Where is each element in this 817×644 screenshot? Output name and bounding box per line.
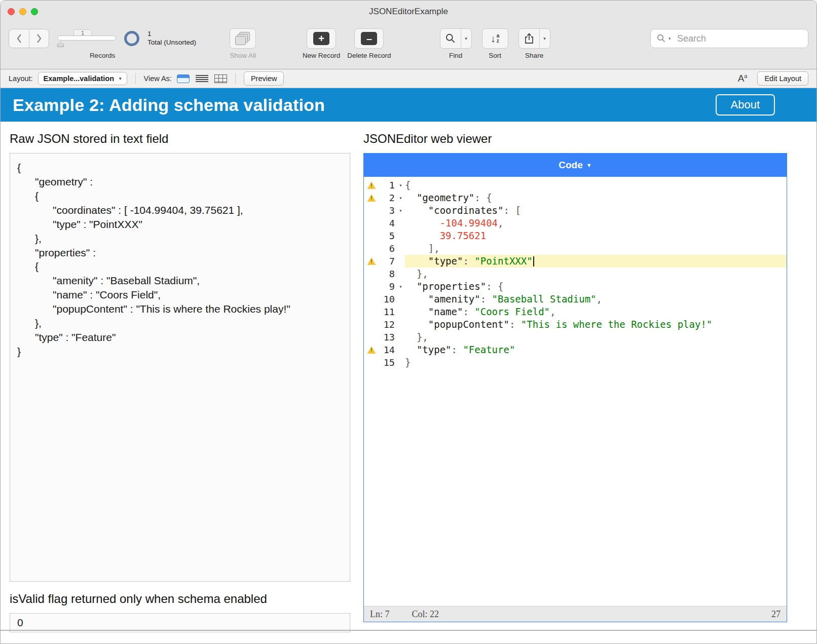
editor-line-7[interactable]: !7 "type": "PointXXX" — [364, 255, 787, 268]
search-input[interactable] — [650, 29, 808, 48]
share-button[interactable]: ▾ — [518, 28, 550, 49]
sort-label: Sort — [489, 52, 501, 59]
editor-line-3[interactable]: 3▾ "coordinates": [ — [364, 204, 787, 217]
code-text[interactable]: 39.75621 — [405, 230, 787, 242]
editor-line-1[interactable]: !1▾{ — [364, 179, 787, 192]
editor-line-6[interactable]: 6 ], — [364, 242, 787, 255]
layout-bar: Layout: Example...validation ▾ View As: … — [1, 69, 816, 88]
text-formatting-icon[interactable]: Aa — [738, 73, 748, 84]
next-record-button[interactable] — [29, 29, 49, 48]
minus-icon: – — [361, 32, 377, 45]
code-text[interactable]: "name": "Coors Field", — [405, 306, 787, 318]
code-text[interactable]: }, — [405, 331, 787, 344]
warning-icon: ! — [364, 257, 379, 265]
window-bottom-edge — [1, 630, 816, 631]
view-as-buttons — [177, 74, 227, 83]
editor-line-4[interactable]: 4 -104.99404, — [364, 217, 787, 230]
code-text[interactable]: ], — [405, 242, 787, 255]
found-set-pie-icon[interactable] — [124, 31, 139, 46]
quick-find: ▾ — [650, 29, 808, 48]
form-view-button[interactable] — [177, 74, 190, 83]
show-all-label: Show All — [230, 52, 256, 59]
code-text[interactable]: "type": "PointXXX" — [405, 255, 787, 268]
editor-body[interactable]: !1▾{!2▾ "geometry": {3▾ "coordinates": [… — [364, 177, 787, 606]
page-title: Example 2: Adding schema validation — [13, 95, 325, 115]
isvalid-heading: isValid flag returned only when schema e… — [10, 592, 350, 606]
code-text[interactable]: { — [405, 179, 787, 192]
editor-line-14[interactable]: !14 "type": "Feature" — [364, 344, 787, 356]
code-text[interactable]: } — [405, 356, 787, 369]
code-text[interactable]: "properties": { — [405, 280, 787, 293]
sort-button[interactable]: ↓ az — [482, 28, 508, 49]
code-text[interactable]: "popupContent": "This is where the Rocki… — [405, 318, 787, 331]
code-text[interactable]: "amenity": "Baseball Stadium", — [405, 293, 787, 306]
share-dropdown-chevron[interactable]: ▾ — [539, 29, 550, 48]
fold-toggle-icon[interactable]: ▾ — [396, 179, 405, 192]
editor-line-12[interactable]: 12 "popupContent": "This is where the Ro… — [364, 318, 787, 331]
editor-line-9[interactable]: 9▾ "properties": { — [364, 280, 787, 293]
list-view-button[interactable] — [196, 74, 208, 83]
new-record-button[interactable]: + — [307, 28, 336, 49]
editor-line-5[interactable]: 5 39.75621 — [364, 230, 787, 242]
mode-switcher-button[interactable]: Code ▼ — [559, 160, 591, 171]
line-number: 10 — [379, 293, 396, 306]
editor-line-10[interactable]: 10 "amenity": "Baseball Stadium", — [364, 293, 787, 306]
close-button[interactable] — [8, 8, 15, 15]
preview-button[interactable]: Preview — [244, 71, 284, 86]
share-label: Share — [525, 52, 543, 59]
minimize-button[interactable] — [19, 8, 26, 15]
layout-popup-value: Example...validation — [44, 74, 114, 83]
layout-popup-button[interactable]: Example...validation ▾ — [38, 72, 127, 85]
records-cluster: 1 1 Total (Unsorted) Records — [9, 27, 196, 59]
left-panel: Raw JSON stored in text field { "geometr… — [10, 129, 350, 644]
layout-label: Layout: — [9, 74, 33, 83]
table-view-button[interactable] — [214, 74, 227, 83]
status-col: Col: 22 — [412, 609, 439, 620]
sort-cluster: ↓ az Sort — [482, 27, 508, 59]
fold-toggle-icon[interactable]: ▾ — [396, 204, 405, 217]
mode-switcher-chevron: ▼ — [586, 162, 592, 168]
editor-line-13[interactable]: 13 }, — [364, 331, 787, 344]
sort-icon: ↓ az — [491, 33, 500, 44]
edit-layout-button[interactable]: Edit Layout — [757, 71, 808, 86]
code-text[interactable]: "type": "Feature" — [405, 344, 787, 356]
fold-toggle-icon[interactable]: ▾ — [396, 192, 405, 204]
stacked-documents-icon — [235, 32, 250, 45]
record-slider-thumb[interactable] — [57, 42, 64, 47]
status-line: Ln: 7 — [370, 609, 390, 620]
previous-record-button[interactable] — [9, 29, 29, 48]
editor-line-15[interactable]: 15} — [364, 356, 787, 369]
code-text[interactable]: "coordinates": [ — [405, 204, 787, 217]
zoom-button[interactable] — [31, 8, 38, 15]
code-text[interactable]: }, — [405, 268, 787, 280]
find-button[interactable]: ▾ — [440, 28, 472, 49]
record-slider[interactable]: 1 — [57, 28, 116, 49]
code-text[interactable]: -104.99404, — [405, 217, 787, 230]
warning-icon: ! — [364, 194, 379, 202]
editor-line-2[interactable]: !2▾ "geometry": { — [364, 192, 787, 204]
line-number: 2 — [379, 192, 396, 204]
find-dropdown-chevron[interactable]: ▾ — [461, 29, 471, 48]
window-title: JSONEditorExample — [369, 7, 448, 17]
line-number: 9 — [379, 280, 396, 293]
warning-icon: ! — [364, 346, 379, 354]
show-all-button[interactable] — [230, 28, 256, 49]
editor-line-11[interactable]: 11 "name": "Coors Field", — [364, 306, 787, 318]
about-button[interactable]: About — [716, 94, 775, 116]
record-slider-track[interactable] — [57, 35, 116, 41]
line-number: 13 — [379, 331, 396, 344]
fold-toggle-icon[interactable]: ▾ — [396, 280, 405, 293]
raw-json-heading: Raw JSON stored in text field — [10, 132, 350, 146]
search-dropdown-chevron[interactable]: ▾ — [669, 36, 671, 41]
code-text[interactable]: "geometry": { — [405, 192, 787, 204]
new-record-label: New Record — [303, 52, 340, 59]
status-char-count: 27 — [771, 609, 781, 620]
layout-body: Raw JSON stored in text field { "geometr… — [1, 122, 816, 644]
jsoneditor-menubar: Code ▼ — [364, 154, 787, 177]
delete-record-button[interactable]: – — [354, 28, 384, 49]
find-cluster: ▾ Find — [440, 27, 472, 59]
warning-icon: ! — [364, 181, 379, 189]
raw-json-field[interactable]: { "geometry" : { "coordinates" : [ -104.… — [10, 153, 350, 582]
editor-line-8[interactable]: 8 }, — [364, 268, 787, 280]
status-toolbar: 1 1 Total (Unsorted) Records Show All — [1, 23, 816, 69]
